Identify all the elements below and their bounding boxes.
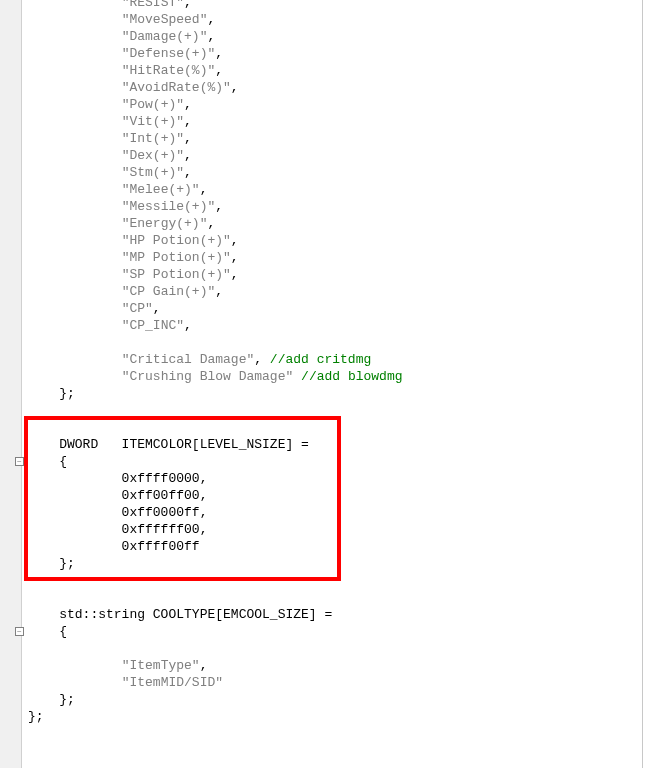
code-line: "Messile(+)", bbox=[28, 198, 661, 215]
code-line: 0xff0000ff, bbox=[28, 504, 661, 521]
code-line: "Stm(+)", bbox=[28, 164, 661, 181]
code-line: { bbox=[28, 453, 661, 470]
code-line: "Pow(+)", bbox=[28, 96, 661, 113]
code-line bbox=[28, 402, 661, 419]
code-line: 0xffffff00, bbox=[28, 521, 661, 538]
code-line: "Defense(+)", bbox=[28, 45, 661, 62]
code-line: "ItemMID/SID" bbox=[28, 674, 661, 691]
code-line bbox=[28, 589, 661, 606]
code-line: "Melee(+)", bbox=[28, 181, 661, 198]
code-line bbox=[28, 419, 661, 436]
code-line: "CP", bbox=[28, 300, 661, 317]
code-line: 0xffff00ff bbox=[28, 538, 661, 555]
code-line: "Int(+)", bbox=[28, 130, 661, 147]
code-line: }; bbox=[28, 555, 661, 572]
code-line: "MoveSpeed", bbox=[28, 11, 661, 28]
code-line: "Energy(+)", bbox=[28, 215, 661, 232]
code-line: "HitRate(%)", bbox=[28, 62, 661, 79]
fold-toggle-icon[interactable] bbox=[15, 627, 24, 636]
code-line: "SP Potion(+)", bbox=[28, 266, 661, 283]
code-line: "CP_INC", bbox=[28, 317, 661, 334]
fold-toggle-icon[interactable] bbox=[15, 457, 24, 466]
code-line: "Crushing Blow Damage" //add blowdmg bbox=[28, 368, 661, 385]
code-line: DWORD ITEMCOLOR[LEVEL_NSIZE] = bbox=[28, 436, 661, 453]
code-line: }; bbox=[28, 691, 661, 708]
code-line: "Damage(+)", bbox=[28, 28, 661, 45]
code-line: "Dex(+)", bbox=[28, 147, 661, 164]
code-line bbox=[28, 334, 661, 351]
code-line: "CP Gain(+)", bbox=[28, 283, 661, 300]
code-line: "ItemType", bbox=[28, 657, 661, 674]
code-line: }; bbox=[28, 385, 661, 402]
code-line: 0xff00ff00, bbox=[28, 487, 661, 504]
code-line: { bbox=[28, 623, 661, 640]
code-line: "MP Potion(+)", bbox=[28, 249, 661, 266]
code-line: std::string COOLTYPE[EMCOOL_SIZE] = bbox=[28, 606, 661, 623]
code-line: "RESIST", bbox=[28, 0, 661, 11]
code-line bbox=[28, 572, 661, 589]
code-line: "Critical Damage", //add critdmg bbox=[28, 351, 661, 368]
code-line: }; bbox=[28, 708, 661, 725]
code-line bbox=[28, 640, 661, 657]
code-editor-content[interactable]: "RESIST", "MoveSpeed", "Damage(+)", "Def… bbox=[28, 0, 661, 725]
code-line: "Vit(+)", bbox=[28, 113, 661, 130]
editor-gutter bbox=[0, 0, 22, 768]
code-line: 0xffff0000, bbox=[28, 470, 661, 487]
code-line: "HP Potion(+)", bbox=[28, 232, 661, 249]
code-line: "AvoidRate(%)", bbox=[28, 79, 661, 96]
